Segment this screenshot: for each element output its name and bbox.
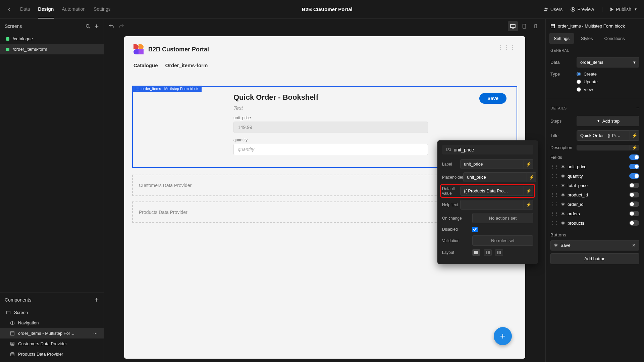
bolt-icon[interactable]: ⚡ <box>630 145 639 150</box>
on-change-button[interactable]: No actions set <box>472 213 533 223</box>
fields-toggle[interactable] <box>629 154 639 160</box>
gear-icon[interactable]: ✱ <box>561 221 565 226</box>
add-step-button[interactable]: Add step <box>577 116 639 126</box>
component-customers-data-provider[interactable]: Customers Data Provider <box>0 338 104 349</box>
drag-icon[interactable]: ⋮⋮ <box>550 221 558 225</box>
nav-tab-design[interactable]: Design <box>38 0 54 18</box>
validation-button[interactable]: No rules set <box>472 235 533 246</box>
gear-icon[interactable]: ✱ <box>561 192 565 197</box>
device-tablet-icon[interactable] <box>519 21 529 31</box>
drag-icon[interactable]: ⋮⋮ <box>550 211 558 216</box>
page-nav: Catalogue Order_items-form <box>124 58 525 73</box>
nav-tab-automation[interactable]: Automation <box>62 0 86 18</box>
preview-button[interactable]: Preview <box>571 7 594 12</box>
field-toggle[interactable] <box>629 192 639 197</box>
field-item-total-price[interactable]: ⋮⋮ ✱ total_price <box>546 181 644 190</box>
users-button[interactable]: Users <box>544 7 563 12</box>
field-toggle[interactable] <box>629 173 639 179</box>
field-item-product-id[interactable]: ⋮⋮ ✱ product_id <box>546 190 644 199</box>
gear-icon[interactable]: ✱ <box>561 174 565 179</box>
field-label-quantity: quantity <box>233 138 428 142</box>
redo-icon[interactable] <box>119 24 124 29</box>
bolt-icon[interactable]: ⚡ <box>524 186 533 196</box>
add-button[interactable]: Add button <box>550 253 639 264</box>
nav-tab-settings[interactable]: Settings <box>94 0 111 18</box>
bolt-icon[interactable]: ⚡ <box>524 200 533 210</box>
disabled-checkbox[interactable] <box>472 227 478 232</box>
field-toggle[interactable] <box>629 201 639 207</box>
device-desktop-icon[interactable] <box>508 21 518 31</box>
type-radio-view[interactable]: View <box>577 87 639 92</box>
title-input[interactable]: Quick Order - {{ Pr… <box>577 130 630 141</box>
placeholder-input[interactable] <box>463 172 527 182</box>
field-toggle[interactable] <box>629 164 639 169</box>
type-radio-create[interactable]: Create <box>577 72 639 77</box>
publish-button[interactable]: Publish ▼ <box>602 7 637 12</box>
layout-third-icon[interactable] <box>495 249 503 256</box>
field-item-quantity[interactable]: ⋮⋮ ✱ quantity <box>546 171 644 181</box>
component-products-data-provider[interactable]: Products Data Provider <box>0 349 104 359</box>
data-select[interactable]: order_items ▾ <box>577 57 639 67</box>
device-mobile-icon[interactable] <box>531 21 541 31</box>
default-value-input[interactable] <box>460 186 524 196</box>
tab-conditions[interactable]: Conditions <box>599 33 629 44</box>
label-input[interactable] <box>460 159 524 169</box>
add-fab[interactable]: + <box>494 327 512 345</box>
gear-icon[interactable]: ✱ <box>554 243 558 248</box>
field-toggle[interactable] <box>629 211 639 216</box>
topbar: Data Design Automation Settings B2B Cust… <box>0 0 644 19</box>
collapse-icon[interactable]: − <box>636 105 639 111</box>
field-item-unit-price[interactable]: ⋮⋮ ✱ unit_price <box>546 162 644 171</box>
search-icon[interactable] <box>86 24 90 29</box>
drag-handle-icon[interactable]: ⋮⋮⋮ <box>498 44 516 51</box>
right-panel: order_items - Multistep Form block Setti… <box>545 19 644 362</box>
drag-icon[interactable]: ⋮⋮ <box>550 164 558 169</box>
screen-item-catalogue[interactable]: /catalogue <box>0 34 104 44</box>
back-arrow-icon[interactable] <box>7 7 12 12</box>
svg-rect-4 <box>7 311 10 314</box>
field-toggle[interactable] <box>629 220 639 226</box>
help-text-input[interactable] <box>460 200 524 210</box>
save-button[interactable]: Save <box>479 93 506 104</box>
undo-icon[interactable] <box>109 24 114 29</box>
page-nav-order-items-form[interactable]: Order_items-form <box>165 62 208 68</box>
field-item-products[interactable]: ⋮⋮ ✱ products <box>546 218 644 228</box>
bolt-icon[interactable]: ⚡ <box>527 172 536 182</box>
component-navigation[interactable]: Navigation <box>0 318 104 328</box>
more-icon[interactable]: ⋯ <box>93 331 98 336</box>
drag-icon[interactable]: ⋮⋮ <box>550 174 558 178</box>
unit-price-input[interactable] <box>233 122 428 133</box>
nav-tab-data[interactable]: Data <box>20 0 30 18</box>
gear-icon[interactable]: ✱ <box>561 164 565 169</box>
quantity-input[interactable] <box>233 144 428 155</box>
field-item-order-id[interactable]: ⋮⋮ ✱ order_id <box>546 199 644 209</box>
layout-full-icon[interactable] <box>472 249 480 256</box>
gear-icon[interactable]: ✱ <box>561 211 565 216</box>
description-input[interactable] <box>577 145 630 150</box>
bolt-icon[interactable]: ⚡ <box>524 159 533 169</box>
add-screen-icon[interactable] <box>94 24 99 29</box>
tab-styles[interactable]: Styles <box>576 33 597 44</box>
button-item-save[interactable]: ✱ Save ✕ <box>550 240 639 251</box>
component-screen[interactable]: Screen <box>0 307 104 318</box>
field-item-orders[interactable]: ⋮⋮ ✱ orders <box>546 209 644 218</box>
gear-icon[interactable]: ✱ <box>561 183 565 188</box>
primary-nav: Data Design Automation Settings <box>20 0 111 18</box>
bolt-icon[interactable]: ⚡ <box>630 130 639 141</box>
tab-settings[interactable]: Settings <box>549 33 574 44</box>
field-toggle[interactable] <box>629 183 639 188</box>
layout-half-icon[interactable] <box>484 249 492 256</box>
drag-icon[interactable]: ⋮⋮ <box>550 192 558 197</box>
component-multistep-form[interactable]: order_items - Multistep For… ⋯ <box>0 328 104 338</box>
add-component-icon[interactable] <box>94 298 99 302</box>
field-label-unit-price: unit_price <box>233 116 428 120</box>
gear-icon[interactable]: ✱ <box>561 202 565 207</box>
screen-item-order-items-form[interactable]: /order_items-form <box>0 44 104 54</box>
form-icon <box>10 331 15 336</box>
drag-icon[interactable]: ⋮⋮ <box>550 183 558 188</box>
drag-icon[interactable]: ⋮⋮ <box>550 202 558 207</box>
block-label[interactable]: order_items - Multistep Form block <box>132 86 202 92</box>
type-radio-update[interactable]: Update <box>577 79 639 84</box>
page-nav-catalogue[interactable]: Catalogue <box>133 62 158 68</box>
close-icon[interactable]: ✕ <box>632 243 636 248</box>
